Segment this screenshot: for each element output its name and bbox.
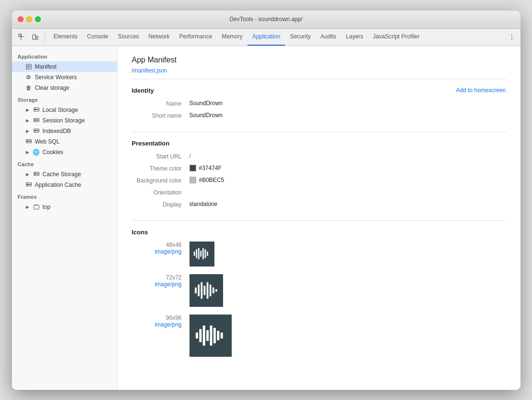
- svg-rect-47: [204, 286, 206, 295]
- sidebar-item-indexeddb[interactable]: ▶ IndexedDB: [12, 126, 117, 136]
- application-cache-label: Application Cache: [35, 182, 113, 188]
- maximize-button[interactable]: [35, 16, 41, 22]
- sidebar-item-web-sql[interactable]: Web SQL: [12, 136, 117, 147]
- svg-rect-58: [217, 331, 219, 340]
- presentation-section-title: Presentation: [132, 140, 506, 147]
- theme-color-text: #37474F: [199, 165, 222, 171]
- inspect-icon[interactable]: [16, 32, 27, 42]
- tab-sources[interactable]: Sources: [113, 29, 144, 46]
- sidebar-section-application: Application: [12, 50, 117, 61]
- svg-rect-48: [207, 282, 209, 298]
- start-url-field-row: Start URL /: [132, 153, 506, 160]
- name-field-row: Name SoundDrown: [132, 100, 506, 107]
- device-icon[interactable]: [29, 32, 41, 42]
- sidebar-item-local-storage[interactable]: ▶ Local Storage: [12, 105, 117, 115]
- icon-72-preview: [189, 274, 223, 307]
- display-label: Display: [132, 201, 189, 208]
- more-options-icon[interactable]: ⋮: [507, 32, 517, 42]
- identity-section-title: Identity Add to homescreen: [132, 87, 506, 94]
- sidebar-item-session-storage[interactable]: ▶ Session Storage: [12, 115, 117, 126]
- icon-96-size: 96x96: [132, 315, 182, 321]
- web-sql-label: Web SQL: [35, 138, 113, 145]
- icon-96-meta: 96x96 image/png: [132, 315, 189, 328]
- trash-icon: 🗑: [25, 85, 32, 91]
- manifest-icon: [25, 63, 32, 70]
- clear-storage-label: Clear storage: [35, 85, 113, 91]
- short-name-field-value: SoundDrown: [189, 112, 223, 119]
- page-title: App Manifest: [132, 56, 506, 64]
- svg-rect-24: [27, 142, 28, 142]
- tab-console[interactable]: Console: [83, 29, 113, 46]
- svg-line-35: [35, 204, 36, 205]
- svg-rect-54: [202, 326, 205, 346]
- svg-rect-20: [35, 131, 35, 132]
- svg-rect-49: [210, 284, 212, 296]
- close-button[interactable]: [18, 16, 24, 22]
- svg-rect-44: [195, 287, 197, 293]
- svg-rect-43: [207, 252, 208, 256]
- expander-cookies: ▶: [25, 150, 30, 155]
- bg-color-label: Background color: [132, 177, 189, 184]
- add-homescreen-button[interactable]: Add to homescreen: [456, 87, 506, 94]
- identity-section: Identity Add to homescreen Name SoundDro…: [132, 79, 506, 132]
- expander-indexeddb: ▶: [25, 129, 30, 133]
- icon-72-type: image/png: [132, 281, 182, 288]
- presentation-section: Presentation Start URL / Theme color #37…: [132, 132, 506, 220]
- minimize-button[interactable]: [26, 16, 32, 22]
- presentation-label: Presentation: [132, 140, 170, 147]
- icon-48-size: 48x48: [132, 242, 182, 248]
- frame-icon: [33, 204, 40, 210]
- tab-performance[interactable]: Performance: [175, 29, 217, 46]
- start-url-value: /: [189, 153, 191, 159]
- tab-network[interactable]: Network: [144, 29, 175, 46]
- start-url-link[interactable]: /: [189, 153, 191, 159]
- cache-storage-icon: [33, 171, 40, 178]
- name-field-value: SoundDrown: [189, 100, 223, 107]
- service-workers-label: Service Workers: [35, 74, 113, 81]
- svg-rect-23: [27, 140, 28, 140]
- svg-rect-27: [35, 172, 35, 173]
- svg-rect-53: [199, 329, 201, 342]
- titlebar: DevTools - sounddrown.app/: [12, 11, 520, 29]
- sidebar-item-top[interactable]: ▶ top: [12, 202, 117, 212]
- svg-rect-0: [19, 34, 21, 36]
- sidebar-item-cache-storage[interactable]: ▶ Cache Storage: [12, 169, 117, 180]
- manifest-link[interactable]: /manifest.json: [132, 67, 167, 74]
- sidebar-item-service-workers[interactable]: ⚙ Service Workers: [12, 72, 117, 83]
- icon-entry-48: 48x48 image/png: [132, 242, 506, 267]
- expander-top: ▶: [25, 205, 30, 209]
- tab-bar: Elements Console Sources Network Perform…: [49, 29, 505, 46]
- top-label: top: [43, 204, 113, 210]
- tab-memory[interactable]: Memory: [217, 29, 247, 46]
- tab-elements[interactable]: Elements: [49, 29, 83, 46]
- tab-security[interactable]: Security: [285, 29, 315, 46]
- tab-javascript-profiler[interactable]: JavaScript Profiler: [368, 29, 424, 46]
- gear-icon: ⚙: [25, 74, 32, 81]
- sidebar-item-application-cache[interactable]: Application Cache: [12, 180, 117, 190]
- icon-48-type: image/png: [132, 248, 182, 255]
- svg-line-36: [37, 204, 38, 205]
- icon-72-meta: 72x72 image/png: [132, 274, 189, 288]
- svg-rect-15: [35, 119, 35, 119]
- svg-rect-28: [35, 174, 35, 175]
- tab-layers[interactable]: Layers: [341, 29, 368, 46]
- svg-rect-32: [27, 185, 28, 185]
- identity-label: Identity: [132, 87, 154, 94]
- sidebar-section-storage: Storage: [12, 93, 117, 105]
- devtools-window: DevTools - sounddrown.app/ Elements Cons…: [12, 11, 520, 390]
- orientation-field-row: Orientation: [132, 189, 506, 196]
- bg-color-swatch: [189, 177, 196, 183]
- svg-rect-50: [213, 287, 214, 293]
- sidebar-item-clear-storage[interactable]: 🗑 Clear storage: [12, 83, 117, 93]
- bg-color-value: #B0BEC5: [189, 177, 225, 183]
- icon-entry-72: 72x72 image/png: [132, 274, 506, 307]
- tab-application[interactable]: Application: [248, 29, 285, 46]
- tab-audits[interactable]: Audits: [316, 29, 341, 46]
- svg-rect-40: [201, 251, 202, 257]
- sidebar-item-manifest[interactable]: Manifest: [12, 61, 117, 72]
- sidebar-item-cookies[interactable]: ▶ 🌐 Cookies: [12, 147, 117, 158]
- svg-line-34: [34, 204, 35, 205]
- svg-rect-37: [194, 252, 195, 256]
- bg-color-text: #B0BEC5: [199, 177, 225, 183]
- main-area: Application Manifest ⚙ Service Workers 🗑: [12, 46, 520, 390]
